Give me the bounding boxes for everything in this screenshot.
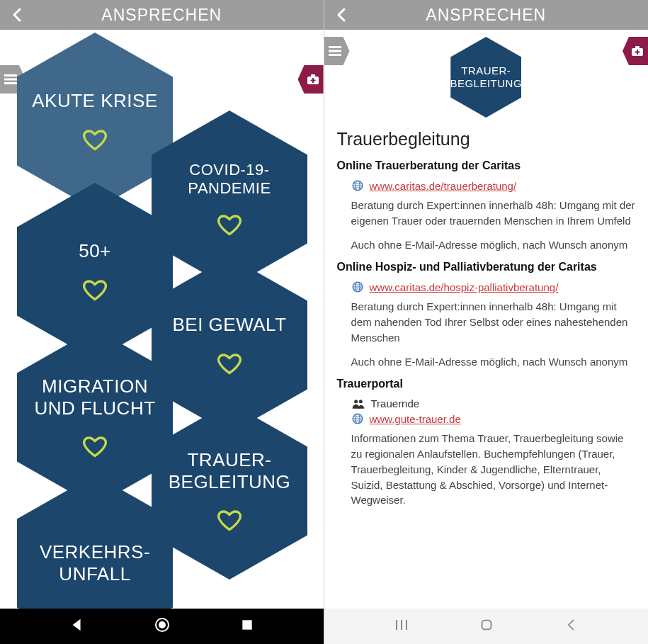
medkit-icon — [307, 74, 319, 85]
detail-heading: Trauerbegleitung — [337, 129, 636, 149]
menu-tab[interactable] — [324, 37, 350, 65]
recent-lines-icon — [394, 618, 409, 632]
audience-label: Trauernde — [371, 397, 420, 409]
category-hex-trauer[interactable]: TRAUER- BEGLEITUNG — [152, 402, 307, 580]
hex-label: VERKEHRS- UNFALL — [33, 541, 157, 585]
android-navbar — [324, 609, 649, 644]
nav-recent[interactable] — [394, 618, 409, 635]
category-hex-verkehr[interactable]: VERKEHRS- UNFALL — [17, 475, 173, 609]
section-title: Online Hospiz- und Palliativberatung der… — [337, 261, 636, 273]
square-recent-icon — [240, 618, 254, 632]
chevron-back-icon — [564, 618, 579, 632]
hex-label: MIGRATION UND FLUCHT — [17, 375, 173, 419]
link-row: www.gute-trauer.de — [351, 412, 636, 425]
svg-rect-37 — [482, 621, 491, 630]
favorite-toggle[interactable] — [217, 351, 242, 376]
detail-scroll[interactable]: TRAUER- BEGLEITUNG Trauerbegleitung Onli… — [324, 30, 649, 609]
page-title: ANSPRECHEN — [324, 6, 649, 25]
external-link[interactable]: www.caritas.de/hospiz-palliativberatung/ — [370, 281, 559, 293]
svg-rect-6 — [310, 80, 315, 81]
svg-rect-16 — [635, 52, 640, 53]
emergency-tab[interactable] — [623, 37, 648, 65]
link-row: www.caritas.de/trauerberatung/ — [351, 179, 636, 192]
category-badge: TRAUER- BEGLEITUNG — [450, 37, 521, 118]
svg-rect-4 — [311, 74, 315, 77]
topbar: ANSPRECHEN — [0, 0, 324, 30]
category-grid: AKUTE KRISE COVID-19-PANDEMIE 50+ BEI GE… — [0, 30, 324, 609]
home-outline-icon — [479, 617, 494, 633]
nav-recent[interactable] — [240, 618, 254, 635]
globe-icon — [351, 179, 364, 192]
back-button[interactable] — [324, 0, 360, 30]
circle-home-icon — [154, 616, 171, 633]
heart-outline-icon — [217, 351, 242, 376]
page-title: ANSPRECHEN — [0, 6, 324, 25]
svg-rect-10 — [329, 46, 341, 48]
android-navbar — [0, 609, 324, 644]
section-title: Trauerportal — [337, 378, 636, 390]
favorite-toggle[interactable] — [82, 434, 108, 459]
medkit-icon — [631, 45, 644, 57]
screen-detail: ANSPRECHEN TRAUER- BEGLEITUNG Trauerbegl — [324, 0, 649, 644]
section-title: Online Trauerberatung der Caritas — [337, 159, 636, 172]
svg-rect-14 — [635, 46, 640, 49]
emergency-tab[interactable] — [298, 65, 324, 94]
svg-rect-9 — [242, 620, 251, 629]
external-link[interactable]: www.gute-trauer.de — [370, 413, 461, 425]
globe-icon — [351, 412, 364, 425]
globe-icon — [351, 281, 364, 293]
triangle-back-icon — [69, 617, 85, 633]
svg-point-27 — [354, 400, 358, 403]
heart-outline-icon — [217, 507, 242, 533]
svg-point-28 — [358, 400, 362, 403]
topbar: ANSPRECHEN — [324, 0, 649, 30]
menu-icon — [4, 74, 17, 85]
nav-home[interactable] — [154, 616, 171, 636]
hex-label: AKUTE KRISE — [25, 90, 164, 112]
nav-back[interactable] — [69, 617, 85, 635]
screen-categories: ANSPRECHEN AKUTE KRISE — [0, 0, 324, 644]
hex-label: TRAUER- BEGLEITUNG — [161, 449, 298, 493]
arrow-left-icon — [9, 6, 26, 23]
external-link[interactable]: www.caritas.de/trauerberatung/ — [370, 180, 517, 192]
people-icon — [351, 399, 365, 409]
hex-label: BEI GEWALT — [165, 314, 293, 336]
heart-outline-icon — [82, 277, 108, 303]
menu-icon — [329, 45, 341, 57]
nav-back[interactable] — [564, 618, 579, 635]
heart-outline-icon — [82, 127, 108, 152]
paragraph: Beratung durch Expert:innen innerhalb 48… — [351, 299, 636, 345]
favorite-toggle[interactable] — [217, 507, 242, 533]
arrow-left-icon — [334, 6, 351, 23]
paragraph: Beratung durch Expert:innen innerhalb 48… — [351, 198, 636, 229]
hex-label: 50+ — [72, 240, 118, 262]
back-button[interactable] — [0, 0, 35, 30]
favorite-toggle[interactable] — [82, 127, 108, 152]
svg-rect-12 — [329, 54, 341, 56]
nav-home[interactable] — [479, 617, 494, 635]
favorite-toggle[interactable] — [82, 277, 108, 303]
detail-content: Trauerbegleitung Online Trauerberatung d… — [324, 125, 649, 516]
svg-rect-0 — [4, 74, 17, 77]
hex-label: COVID-19-PANDEMIE — [152, 161, 307, 198]
svg-rect-11 — [329, 50, 341, 52]
svg-point-8 — [159, 621, 166, 628]
svg-rect-2 — [4, 82, 17, 84]
link-row: www.caritas.de/hospiz-palliativberatung/ — [351, 281, 636, 293]
audience-row: Trauernde — [351, 397, 636, 409]
paragraph: Auch ohne E-Mail-Adresse möglich, nach W… — [351, 354, 636, 370]
heart-outline-icon — [82, 434, 108, 459]
paragraph: Informationen zum Thema Trauer, Trauerbe… — [351, 431, 636, 508]
heart-outline-icon — [217, 212, 242, 237]
favorite-toggle[interactable] — [217, 212, 242, 237]
paragraph: Auch ohne E-Mail-Adresse möglich, nach W… — [351, 237, 636, 253]
svg-rect-1 — [4, 79, 17, 81]
